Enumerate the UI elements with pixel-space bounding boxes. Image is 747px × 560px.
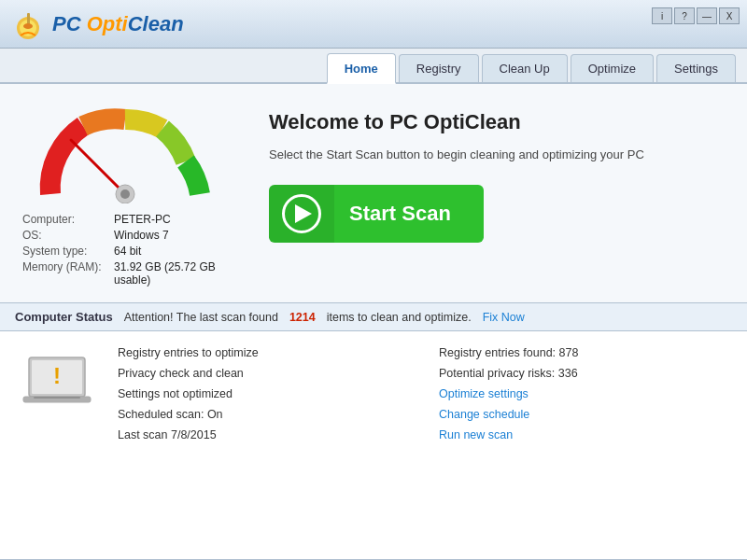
play-triangle-icon [295,204,312,223]
os-value: Windows 7 [114,229,169,242]
help-button[interactable]: ? [674,7,695,24]
status-item-schedule-left: Scheduled scan: On [118,408,411,421]
memory-value: 31.92 GB (25.72 GB usable) [114,260,228,287]
info-button[interactable]: i [652,7,672,24]
play-circle [282,194,321,233]
app-title: PC OptiClean [52,12,184,36]
scan-play-icon [269,185,334,243]
status-item-count: 1214 [289,311,316,324]
status-body: ! Registry entries to optimize Registry … [0,331,747,456]
status-header-title: Computer Status [15,310,113,324]
memory-label: Memory (RAM): [22,260,106,287]
run-new-scan-link[interactable]: Run new scan [439,428,732,441]
info-row-os: OS: Windows 7 [22,229,228,242]
tab-home[interactable]: Home [327,53,396,84]
status-items-grid: Registry entries to optimize Registry en… [118,346,732,441]
info-row-memory: Memory (RAM): 31.92 GB (25.72 GB usable) [22,260,228,287]
welcome-title: Welcome to PC OptiClean [269,110,725,134]
welcome-description: Select the Start Scan button to begin cl… [269,146,725,164]
scan-button-label: Start Scan [334,202,466,226]
minimize-button[interactable]: — [697,7,717,24]
status-panel: Computer Status Attention! The last scan… [0,302,747,560]
info-row-computer: Computer: PETER-PC [22,213,228,226]
systemtype-value: 64 bit [114,245,141,258]
tab-registry[interactable]: Registry [399,54,479,82]
app-logo: PC OptiClean [11,7,184,41]
optimize-settings-link[interactable]: Optimize settings [439,387,732,400]
svg-point-6 [120,189,130,199]
tab-settings[interactable]: Settings [656,54,736,82]
status-attention-text: Attention! The last scan found [124,311,278,324]
close-button[interactable]: X [719,7,740,24]
title-bar-controls[interactable]: i ? — X [652,7,740,24]
change-schedule-link[interactable]: Change schedule [439,408,732,421]
main-content: Computer: PETER-PC OS: Windows 7 System … [0,84,747,560]
fix-now-link[interactable]: Fix Now [483,311,525,324]
computer-value: PETER-PC [114,213,171,226]
info-row-systemtype: System type: 64 bit [22,245,228,258]
top-section: Computer: PETER-PC OS: Windows 7 System … [0,84,747,302]
system-info: Computer: PETER-PC OS: Windows 7 System … [22,213,228,289]
welcome-section: Welcome to PC OptiClean Select the Start… [250,101,725,289]
status-items-text: items to clean and optimize. [327,311,472,324]
status-item-lastscan-left: Last scan 7/8/2015 [118,428,411,441]
status-item-privacy-right: Potential privacy risks: 336 [439,367,732,380]
computer-label: Computer: [22,213,106,226]
gauge-svg [32,101,218,203]
tab-optimize[interactable]: Optimize [571,54,654,82]
systemtype-label: System type: [22,245,106,258]
gauge-section: Computer: PETER-PC OS: Windows 7 System … [22,101,228,289]
status-item-settings-left: Settings not optimized [118,387,411,400]
status-item-registry-left: Registry entries to optimize [118,346,411,359]
start-scan-button[interactable]: Start Scan [269,185,484,243]
status-item-privacy-left: Privacy check and clean [118,367,411,380]
svg-text:!: ! [53,363,61,388]
svg-rect-11 [34,397,80,399]
title-bar: PC OptiClean i ? — X [0,0,747,49]
gauge-container [32,101,218,203]
warning-icon-wrap: ! [15,346,99,415]
nav-bar: Home Registry Clean Up Optimize Settings [0,49,747,84]
status-header: Computer Status Attention! The last scan… [0,303,747,331]
svg-point-3 [23,23,33,29]
os-label: OS: [22,229,106,242]
status-item-registry-right: Registry entries found: 878 [439,346,732,359]
tab-cleanup[interactable]: Clean Up [482,54,568,82]
app-logo-icon [11,7,45,41]
svg-line-4 [71,140,125,194]
laptop-warning-icon: ! [20,350,94,415]
